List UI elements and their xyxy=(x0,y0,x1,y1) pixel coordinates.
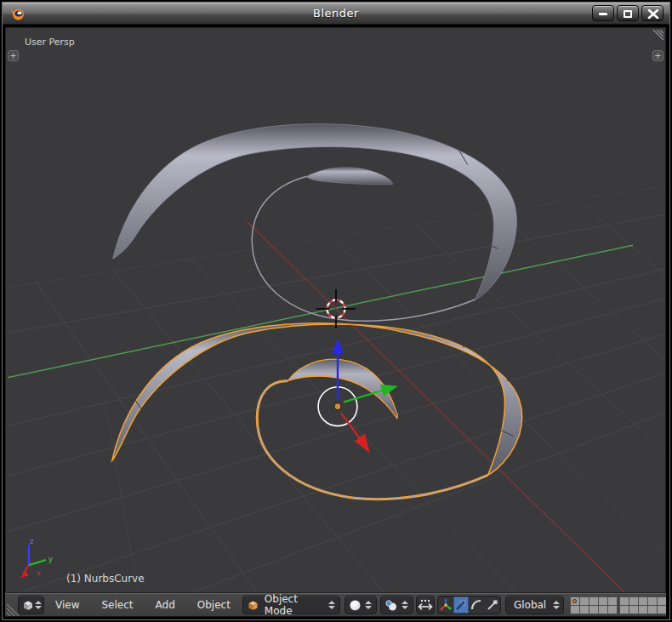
manipulate-centers-icon xyxy=(418,598,433,612)
minimize-button[interactable] xyxy=(592,5,614,21)
dropdown-arrows-icon xyxy=(401,601,409,609)
pivot-point-selector[interactable] xyxy=(380,596,413,614)
axis-mini-gizmo: z y x xyxy=(20,537,54,579)
title-bar[interactable]: Blender xyxy=(3,3,669,25)
manipulator-axes-icon xyxy=(439,598,453,612)
translate-arrow-icon xyxy=(454,598,468,612)
menu-object[interactable]: Object xyxy=(186,596,242,614)
expand-region-right-button[interactable]: + xyxy=(652,50,663,61)
manipulator-x-arrow[interactable] xyxy=(341,414,370,454)
layer-buttons xyxy=(570,596,666,613)
mode-selector[interactable]: Object Mode xyxy=(242,596,340,614)
object-origin xyxy=(334,403,341,410)
menu-add[interactable]: Add xyxy=(145,596,186,614)
menu-select[interactable]: Select xyxy=(90,596,144,614)
viewport-canvas[interactable]: z y x xyxy=(6,28,665,592)
translate-manipulator-button[interactable] xyxy=(453,596,469,613)
rotate-arc-icon xyxy=(470,598,483,612)
dropdown-arrows-icon xyxy=(328,601,336,609)
axis-label-z: z xyxy=(30,537,34,545)
window-frame: Blender xyxy=(2,2,670,620)
layer-cell[interactable] xyxy=(607,605,618,614)
layer-group-2 xyxy=(619,596,666,613)
dropdown-arrows-icon xyxy=(34,601,42,609)
shading-solid-sphere-icon xyxy=(349,599,362,612)
transform-orientation-selector[interactable]: Global xyxy=(505,596,564,614)
rotate-manipulator-button[interactable] xyxy=(469,596,484,613)
expand-region-left-button[interactable]: + xyxy=(8,50,19,61)
menu-view[interactable]: View xyxy=(44,596,90,614)
maximize-button[interactable] xyxy=(617,5,639,21)
window-title: Blender xyxy=(3,7,669,20)
viewport-shading-selector[interactable] xyxy=(345,596,377,614)
manipulate-centers-toggle[interactable] xyxy=(416,596,435,614)
scale-icon xyxy=(486,598,499,612)
x-axis-line xyxy=(247,221,624,592)
pivot-median-icon xyxy=(384,599,398,612)
axis-label-y: y xyxy=(48,555,54,563)
nurbs-object-unselected[interactable] xyxy=(113,124,517,322)
area-resize-corner[interactable] xyxy=(645,28,665,45)
close-button[interactable] xyxy=(641,5,663,21)
view-mode-label: User Persp xyxy=(25,37,75,48)
close-icon xyxy=(647,9,659,19)
object-mode-cube-icon xyxy=(247,599,259,612)
view3d-header: View Select Add Object Object Mode xyxy=(5,593,666,617)
y-axis-line xyxy=(8,245,633,378)
mode-selector-label: Object Mode xyxy=(263,593,325,617)
grid-floor xyxy=(6,185,664,592)
dropdown-arrows-icon xyxy=(365,601,373,609)
transform-manipulator-buttons xyxy=(437,596,501,614)
axis-label-x: x xyxy=(37,569,41,577)
editor-3d-view-icon xyxy=(21,599,34,612)
layer-group-1 xyxy=(570,596,617,613)
maximize-icon xyxy=(624,10,632,18)
editor-type-selector[interactable] xyxy=(18,596,44,614)
orientation-label: Global xyxy=(514,599,546,611)
dropdown-arrows-icon xyxy=(552,601,560,609)
layer-cell[interactable] xyxy=(657,605,667,614)
area-resize-corner-bottom-left[interactable] xyxy=(5,594,20,617)
manipulator-axes-button[interactable] xyxy=(438,596,453,613)
scale-manipulator-button[interactable] xyxy=(485,596,500,613)
3d-viewport[interactable]: z y x User Persp (1) NurbsCurve + + xyxy=(5,27,666,593)
minimize-icon xyxy=(599,13,607,15)
active-layer-dot xyxy=(572,599,577,603)
selected-object-label: (1) NurbsCurve xyxy=(66,573,145,585)
